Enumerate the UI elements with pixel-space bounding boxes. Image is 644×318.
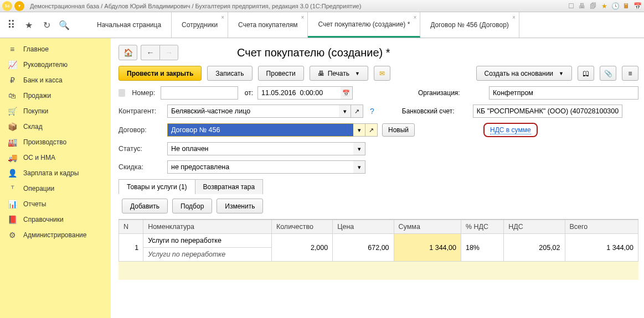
calendar-icon[interactable]: 📅 bbox=[633, 2, 642, 11]
sidebar-item-production[interactable]: 🏭Производство bbox=[0, 134, 111, 150]
home-button[interactable]: 🏠 bbox=[119, 45, 137, 60]
tab-goods[interactable]: Товары и услуги (1) bbox=[119, 179, 195, 194]
tab-label: Товары и услуги (1) bbox=[127, 183, 187, 191]
forward-button[interactable]: → bbox=[159, 45, 178, 60]
tab-invoice-create[interactable]: Счет покупателю (создание) *× bbox=[308, 12, 420, 38]
search-icon[interactable]: 🔍 bbox=[59, 19, 70, 30]
box-icon: 📦 bbox=[8, 122, 17, 131]
back-button[interactable]: ← bbox=[141, 45, 159, 60]
status-input[interactable] bbox=[167, 142, 353, 155]
discount-input[interactable] bbox=[167, 160, 353, 174]
chevron-down-icon[interactable]: ▾ bbox=[353, 123, 365, 137]
titlebar-icon[interactable]: 🗐 bbox=[589, 2, 597, 11]
doc-status-icon bbox=[119, 89, 125, 97]
attach-button[interactable]: 📎 bbox=[600, 66, 616, 81]
table-row[interactable]: 1 Услуги по переработке 2,000 672,00 1 3… bbox=[119, 234, 638, 248]
titlebar-icon[interactable]: 🕓 bbox=[611, 2, 620, 11]
col-n: N bbox=[119, 220, 143, 234]
history-icon[interactable]: ↻ bbox=[41, 19, 52, 30]
structure-button[interactable]: 🕮 bbox=[578, 66, 594, 81]
sidebar-item-bank[interactable]: ₽Банк и касса bbox=[0, 72, 111, 88]
chevron-down-icon[interactable]: ▾ bbox=[353, 160, 365, 174]
detail-tabs: Товары и услуги (1) Возвратная тара bbox=[119, 179, 638, 194]
sidebar-item-main[interactable]: ≡Главное bbox=[0, 41, 111, 57]
date-input[interactable] bbox=[257, 86, 341, 100]
cell-vat[interactable]: 205,02 bbox=[504, 234, 565, 262]
bank-label: Банковский счет: bbox=[402, 107, 468, 115]
org-label: Организация: bbox=[418, 89, 485, 97]
cell-sum[interactable]: 1 344,00 bbox=[394, 234, 461, 262]
close-icon[interactable]: × bbox=[512, 14, 516, 20]
sidebar-item-references[interactable]: 📕Справочники bbox=[0, 212, 111, 227]
tab-label: Начальная страница bbox=[97, 21, 161, 29]
create-based-button[interactable]: Создать на основании▼ bbox=[476, 66, 572, 81]
ruble-icon: ₽ bbox=[8, 76, 17, 85]
email-button[interactable]: ✉ bbox=[374, 66, 390, 81]
titlebar-icon[interactable]: 🖶 bbox=[578, 2, 586, 11]
cell-vat-pct[interactable]: 18% bbox=[461, 234, 503, 262]
contract-input[interactable] bbox=[167, 123, 353, 137]
select-items-button[interactable]: Подбор bbox=[172, 199, 212, 213]
calculator-icon[interactable]: 🖩 bbox=[622, 2, 631, 11]
sidebar-item-manager[interactable]: 📈Руководителю bbox=[0, 57, 111, 72]
titlebar-icon[interactable]: ☐ bbox=[566, 2, 575, 11]
new-contract-button[interactable]: Новый bbox=[382, 123, 415, 137]
post-and-close-button[interactable]: Провести и закрыть bbox=[119, 66, 202, 81]
number-input[interactable] bbox=[161, 86, 238, 100]
cell-qty[interactable]: 2,000 bbox=[271, 234, 332, 262]
close-icon[interactable]: × bbox=[301, 14, 305, 20]
sidebar-item-hr[interactable]: 👤Зарплата и кадры bbox=[0, 165, 111, 181]
sidebar-item-purchases[interactable]: 🛒Покупки bbox=[0, 103, 111, 119]
close-icon[interactable]: × bbox=[413, 14, 416, 20]
tab-invoices[interactable]: Счета покупателям× bbox=[228, 12, 308, 38]
apps-icon[interactable]: ⠿ bbox=[6, 19, 17, 30]
sidebar-item-assets[interactable]: 🚚ОС и НМА bbox=[0, 150, 111, 165]
bank-account-input[interactable] bbox=[473, 105, 622, 118]
cell-total[interactable]: 1 344,00 bbox=[565, 234, 638, 262]
vat-mode-link[interactable]: НДС в сумме bbox=[483, 123, 538, 137]
button-label: Изменить bbox=[225, 202, 255, 210]
tab-employees[interactable]: Сотрудники× bbox=[172, 12, 228, 38]
post-button[interactable]: Провести bbox=[258, 66, 304, 81]
org-input[interactable] bbox=[489, 86, 638, 100]
tab-home[interactable]: Начальная страница bbox=[87, 12, 172, 38]
cell-price[interactable]: 672,00 bbox=[333, 234, 394, 262]
save-button[interactable]: Записать bbox=[207, 66, 252, 81]
tab-label: Счет покупателю (создание) * bbox=[318, 20, 410, 28]
open-icon[interactable]: ↗ bbox=[365, 123, 378, 137]
more-button[interactable]: ≡ bbox=[622, 66, 638, 81]
sidebar-item-warehouse[interactable]: 📦Склад bbox=[0, 119, 111, 134]
close-icon[interactable]: × bbox=[221, 14, 224, 20]
open-icon[interactable]: ↗ bbox=[351, 105, 363, 118]
favorite-icon[interactable]: ★ bbox=[600, 2, 609, 11]
sidebar-item-sales[interactable]: 🛍Продажи bbox=[0, 88, 111, 103]
sidebar-item-label: Продажи bbox=[23, 92, 51, 100]
cell-nomen-desc[interactable]: Услуги по переработке bbox=[143, 248, 272, 262]
sidebar-item-operations[interactable]: ᵀОперации bbox=[0, 181, 111, 196]
cell-nomen[interactable]: Услуги по переработке bbox=[143, 234, 272, 248]
list-icon: ≡ bbox=[628, 70, 632, 77]
help-icon[interactable]: ? bbox=[370, 107, 374, 116]
counterparty-input[interactable] bbox=[167, 105, 339, 118]
col-price: Цена bbox=[333, 220, 394, 234]
items-grid[interactable]: N Номенклатура Количество Цена Сумма % Н… bbox=[119, 220, 638, 262]
book-icon: 📕 bbox=[8, 215, 17, 224]
bars-icon: 📊 bbox=[8, 200, 17, 208]
calendar-icon[interactable]: 📅 bbox=[341, 86, 353, 100]
date-from-label: от: bbox=[245, 89, 253, 97]
print-button[interactable]: 🖶Печать▼ bbox=[310, 66, 368, 81]
tab-contract[interactable]: Договор № 456 (Договор)× bbox=[420, 12, 519, 38]
sidebar-item-admin[interactable]: ⚙Администрирование bbox=[0, 227, 111, 243]
sidebar-item-reports[interactable]: 📊Отчеты bbox=[0, 196, 111, 212]
sidebar-item-label: Администрирование bbox=[23, 231, 86, 239]
chevron-down-icon[interactable]: ▾ bbox=[339, 105, 351, 118]
edit-row-button[interactable]: Изменить bbox=[217, 199, 263, 213]
star-icon[interactable]: ★ bbox=[23, 19, 34, 30]
tab-tare[interactable]: Возвратная тара bbox=[195, 179, 264, 194]
add-row-button[interactable]: Добавить bbox=[122, 199, 168, 213]
dropdown-icon[interactable]: ▾ bbox=[14, 1, 24, 11]
grid-header-row: N Номенклатура Количество Цена Сумма % Н… bbox=[119, 220, 638, 234]
main-tabs-row: ⠿ ★ ↻ 🔍 Начальная страница Сотрудники× С… bbox=[0, 12, 644, 38]
chevron-down-icon[interactable]: ▾ bbox=[353, 142, 365, 155]
number-label: Номер: bbox=[132, 89, 156, 97]
